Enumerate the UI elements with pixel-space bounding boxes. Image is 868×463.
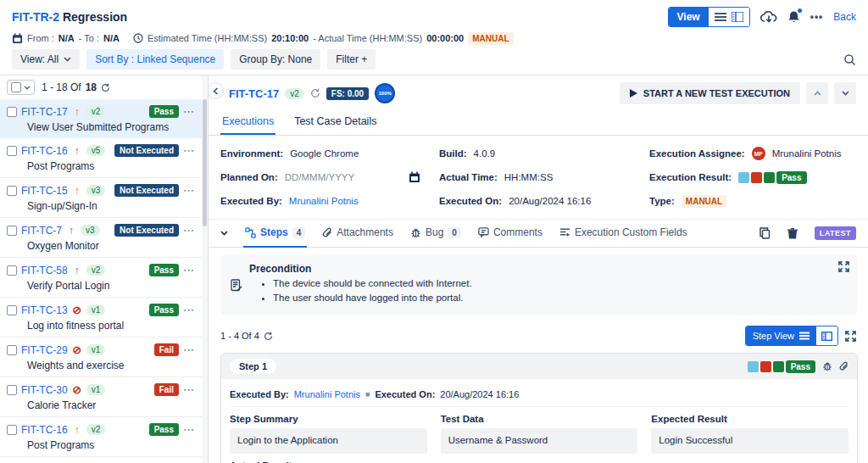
refresh-icon[interactable] bbox=[310, 88, 320, 98]
row-checkbox[interactable] bbox=[7, 265, 17, 276]
row-more-icon[interactable]: ⋯ bbox=[183, 227, 194, 234]
result-pass-swatch[interactable] bbox=[773, 361, 784, 372]
actual-time-input[interactable]: HH:MM:SS bbox=[504, 172, 554, 182]
expand-precondition-icon[interactable] bbox=[838, 261, 849, 272]
executed-by-value[interactable]: Mrunalini Potnis bbox=[289, 196, 359, 206]
test-case-row[interactable]: FIT-TC-58 ↑ v2 Pass ⋯ Verify Portal Logi… bbox=[0, 258, 208, 298]
row-checkbox[interactable] bbox=[7, 425, 17, 435]
subtab-steps[interactable]: Steps 4 bbox=[245, 226, 305, 240]
search-icon[interactable] bbox=[843, 53, 856, 66]
row-more-icon[interactable]: ⋯ bbox=[183, 109, 194, 115]
delete-execution-icon[interactable] bbox=[787, 228, 798, 239]
row-more-icon[interactable]: ⋯ bbox=[183, 307, 194, 314]
test-case-row[interactable]: FIT-TC-30 ⊘ v1 Fail ⋯ Calorie Tracker bbox=[0, 377, 208, 417]
test-data-value[interactable]: Username & Password bbox=[441, 428, 638, 454]
detail-test-case-id[interactable]: FIT-TC-17 bbox=[229, 87, 279, 100]
result-notexecuted-swatch[interactable] bbox=[748, 361, 759, 372]
step-view-toggle[interactable]: Step View bbox=[745, 326, 838, 346]
test-case-row[interactable]: FIT-TC-17 ↑ v2 Pass ⋯ View User Submitte… bbox=[0, 99, 208, 138]
steps-pagination: 1 - 4 Of 4 bbox=[220, 331, 273, 341]
test-case-row[interactable]: FIT-TC-7 ↑ v3 Not Executed ⋯ Oxygen Moni… bbox=[0, 218, 208, 258]
expand-steps-icon[interactable] bbox=[845, 331, 856, 342]
test-run-id-link[interactable]: FIT-TR-2 bbox=[12, 10, 59, 24]
step-bug-icon[interactable] bbox=[822, 361, 832, 371]
row-more-icon[interactable]: ⋯ bbox=[183, 387, 194, 393]
result-pass-swatch[interactable] bbox=[764, 172, 775, 183]
result-notexecuted-swatch[interactable] bbox=[738, 172, 749, 183]
step-card-header[interactable]: Step 1 Pass bbox=[221, 354, 857, 379]
subtab-attachments[interactable]: Attachments bbox=[322, 226, 393, 240]
row-more-icon[interactable]: ⋯ bbox=[183, 148, 194, 154]
result-fail-swatch[interactable] bbox=[751, 172, 762, 183]
calendar-icon[interactable] bbox=[409, 171, 420, 183]
test-case-row[interactable]: FIT-TC-29 ⊘ v1 Fail ⋯ Weights and exerci… bbox=[0, 337, 208, 377]
row-more-icon[interactable]: ⋯ bbox=[183, 347, 194, 354]
cloud-download-icon[interactable] bbox=[760, 11, 777, 24]
view-button[interactable]: View bbox=[669, 8, 709, 26]
next-test-case-button[interactable] bbox=[834, 82, 856, 104]
steps-count-badge: 4 bbox=[292, 227, 306, 238]
row-checkbox[interactable] bbox=[7, 345, 17, 355]
copy-execution-icon[interactable] bbox=[760, 227, 771, 239]
filter-button[interactable]: Filter + bbox=[327, 49, 376, 70]
previous-test-case-button[interactable] bbox=[806, 82, 828, 104]
subtab-execution-custom-fields[interactable]: Execution Custom Fields bbox=[559, 226, 687, 240]
row-more-icon[interactable]: ⋯ bbox=[183, 187, 194, 194]
select-all-checkbox[interactable] bbox=[11, 82, 21, 92]
collapse-section-icon[interactable] bbox=[220, 231, 228, 236]
step-attachment-icon[interactable] bbox=[839, 361, 849, 371]
expected-result-value[interactable]: Login Successful bbox=[651, 428, 849, 454]
more-actions-icon[interactable]: ••• bbox=[810, 11, 824, 23]
back-link[interactable]: Back bbox=[833, 11, 856, 23]
test-case-id-link[interactable]: FIT-TC-7 bbox=[21, 225, 62, 237]
planned-on-input[interactable]: DD/MMM/YYYY bbox=[285, 172, 354, 182]
test-case-id-link[interactable]: FIT-TC-13 bbox=[21, 304, 68, 316]
test-case-id-link[interactable]: FIT-TC-29 bbox=[21, 344, 68, 356]
build-value[interactable]: 4.0.9 bbox=[474, 148, 496, 159]
sort-by-button[interactable]: Sort By : Linked Sequence bbox=[86, 49, 224, 70]
tab-executions[interactable]: Executions bbox=[220, 111, 275, 135]
execution-result-selector[interactable]: Pass bbox=[738, 171, 806, 184]
subtab-bug[interactable]: Bug 0 bbox=[410, 226, 461, 240]
row-more-icon[interactable]: ⋯ bbox=[183, 267, 194, 274]
step-summary-value[interactable]: Login to the Application bbox=[230, 428, 427, 454]
row-checkbox[interactable] bbox=[7, 226, 17, 236]
refresh-icon[interactable] bbox=[101, 83, 110, 92]
test-case-row[interactable]: FIT-TC-15 ↑ v3 Not Executed ⋯ Sign-up/Si… bbox=[0, 178, 208, 218]
result-fail-swatch[interactable] bbox=[760, 361, 771, 372]
notifications-bell-icon[interactable] bbox=[787, 10, 800, 24]
group-by-button[interactable]: Group By: None bbox=[231, 49, 320, 70]
result-pass-badge[interactable]: Pass bbox=[776, 171, 806, 184]
test-case-id-link[interactable]: FIT-TC-17 bbox=[21, 106, 68, 118]
left-panel-scrollbar[interactable] bbox=[202, 75, 208, 463]
test-case-row[interactable]: FIT-TC-13 ⊘ v1 Pass ⋯ Log into fitness p… bbox=[0, 298, 208, 337]
row-checkbox[interactable] bbox=[7, 186, 17, 196]
split-view-icon[interactable] bbox=[732, 12, 743, 22]
test-case-row[interactable]: FIT-TC-16 ↑ v5 Not Executed ⋯ Post Progr… bbox=[0, 138, 208, 178]
assignee-value[interactable]: Mrunalini Potnis bbox=[772, 148, 842, 159]
test-case-id-link[interactable]: FIT-TC-15 bbox=[21, 185, 68, 197]
test-case-id-link[interactable]: FIT-TC-16 bbox=[21, 145, 68, 157]
row-checkbox[interactable] bbox=[7, 385, 17, 395]
row-checkbox[interactable] bbox=[7, 305, 17, 315]
tab-test-case-details[interactable]: Test Case Details bbox=[292, 111, 378, 135]
test-case-id-link[interactable]: FIT-TC-30 bbox=[21, 384, 68, 396]
test-case-id-link[interactable]: FIT-TC-58 bbox=[21, 265, 68, 276]
refresh-icon[interactable] bbox=[264, 332, 273, 341]
row-checkbox[interactable] bbox=[7, 107, 17, 117]
subtab-comments[interactable]: Comments bbox=[478, 226, 542, 240]
test-case-row[interactable]: FIT-TC-16 ↑ v2 Pass ⋯ Post Programs bbox=[0, 417, 208, 457]
test-case-row[interactable]: FIT-TC-57 » v2 Partially Passed ⋯ Regres… bbox=[0, 457, 208, 463]
start-test-execution-button[interactable]: START A NEW TEST EXECUTION bbox=[620, 82, 800, 104]
step-executed-by-value[interactable]: Mrunalini Potnis bbox=[294, 389, 360, 399]
row-more-icon[interactable]: ⋯ bbox=[183, 427, 194, 433]
test-case-id-link[interactable]: FIT-TC-16 bbox=[21, 424, 68, 436]
row-checkbox[interactable] bbox=[7, 146, 17, 156]
step-pass-badge[interactable]: Pass bbox=[786, 360, 815, 373]
select-all-dropdown[interactable] bbox=[7, 80, 35, 95]
step-result-selector[interactable]: Pass bbox=[748, 360, 815, 373]
environment-value[interactable]: Google Chrome bbox=[290, 148, 359, 159]
version-badge: v2 bbox=[86, 106, 106, 117]
view-filter-dropdown[interactable]: View: All bbox=[12, 49, 80, 70]
list-view-icon[interactable] bbox=[715, 12, 726, 22]
